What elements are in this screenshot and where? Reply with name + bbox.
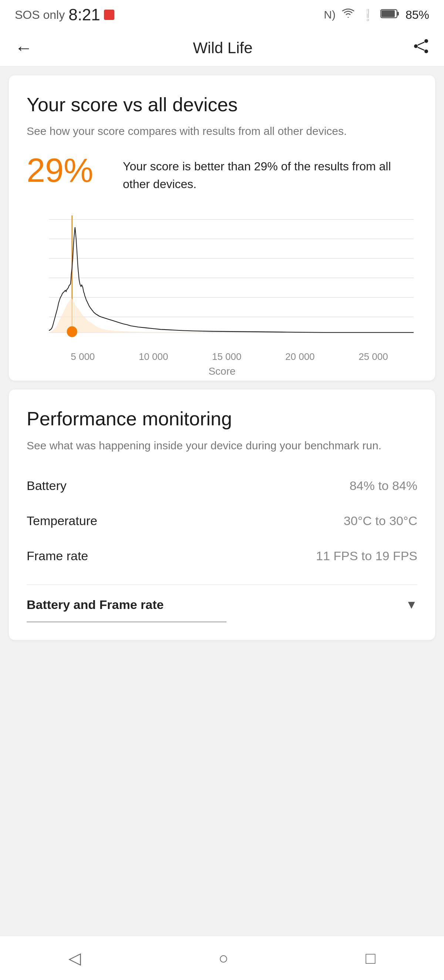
score-card: Your score vs all devices See how your s…	[9, 75, 435, 380]
svg-rect-2	[382, 10, 395, 17]
score-card-title: Your score vs all devices	[27, 93, 417, 116]
status-bar-left: SOS only 8:21	[15, 6, 114, 24]
svg-point-4	[414, 45, 418, 48]
x-label-5: 25 000	[359, 351, 388, 363]
alert-icon: ❕	[361, 8, 374, 21]
score-card-subtitle: See how your score compares with results…	[27, 123, 417, 139]
dropdown-label: Battery and Frame rate	[27, 598, 163, 612]
x-label-2: 10 000	[139, 351, 168, 363]
status-time: 8:21	[69, 6, 100, 24]
home-nav-button[interactable]: ○	[218, 949, 228, 967]
status-bar-right: N) ❕ 85%	[324, 8, 429, 22]
page-title: Wild Life	[193, 39, 252, 57]
score-chart: 5 000 10 000 15 000 20 000 25 000 Score	[27, 208, 417, 363]
recents-nav-button[interactable]: □	[366, 949, 375, 967]
performance-subtitle: See what was happening inside your devic…	[27, 438, 417, 453]
share-button[interactable]	[413, 38, 429, 58]
status-dot-icon	[104, 10, 114, 20]
svg-point-3	[425, 39, 428, 43]
bottom-nav: ◁ ○ □	[0, 935, 444, 980]
x-label-4: 20 000	[285, 351, 315, 363]
perf-framerate-label: Frame rate	[27, 549, 88, 563]
sos-label: SOS only	[15, 8, 65, 22]
chart-x-title: Score	[27, 366, 417, 377]
perf-row-temperature: Temperature 30°C to 30°C	[27, 503, 417, 538]
perf-row-battery: Battery 84% to 84%	[27, 468, 417, 503]
score-description: Your score is better than 29% of the res…	[123, 154, 417, 193]
performance-title: Performance monitoring	[27, 407, 417, 430]
performance-card: Performance monitoring See what was happ…	[9, 390, 435, 640]
svg-line-6	[418, 42, 425, 45]
dropdown-underline	[27, 622, 227, 622]
perf-temperature-value: 30°C to 30°C	[344, 514, 417, 528]
svg-rect-1	[397, 12, 399, 16]
battery-framerate-dropdown[interactable]: Battery and Frame rate ▼	[27, 594, 417, 616]
svg-point-16	[67, 326, 77, 337]
cards-container: Your score vs all devices See how your s…	[0, 67, 444, 649]
nfc-icon: N)	[324, 8, 335, 21]
back-nav-button[interactable]: ◁	[69, 948, 81, 967]
score-percent: 29%	[27, 154, 108, 187]
status-bar: SOS only 8:21 N) ❕ 85%	[0, 0, 444, 30]
wifi-icon	[342, 8, 355, 22]
svg-line-7	[418, 47, 425, 50]
perf-battery-label: Battery	[27, 479, 67, 493]
top-bar: ← Wild Life	[0, 30, 444, 67]
perf-battery-value: 84% to 84%	[350, 479, 417, 493]
chevron-down-icon: ▼	[406, 598, 417, 612]
dropdown-section: Battery and Frame rate ▼	[27, 585, 417, 622]
perf-row-framerate: Frame rate 11 FPS to 19 FPS	[27, 538, 417, 574]
score-highlight: 29% Your score is better than 29% of the…	[27, 154, 417, 193]
bottom-spacer	[0, 649, 444, 701]
x-label-1: 5 000	[71, 351, 95, 363]
perf-temperature-label: Temperature	[27, 514, 97, 528]
perf-framerate-value: 11 FPS to 19 FPS	[316, 549, 417, 563]
svg-point-5	[425, 49, 428, 53]
battery-icon	[380, 8, 399, 21]
chart-x-labels: 5 000 10 000 15 000 20 000 25 000	[27, 351, 417, 363]
x-label-3: 15 000	[212, 351, 241, 363]
battery-percent: 85%	[406, 8, 429, 22]
back-button[interactable]: ←	[15, 38, 33, 58]
chart-svg	[27, 208, 417, 348]
